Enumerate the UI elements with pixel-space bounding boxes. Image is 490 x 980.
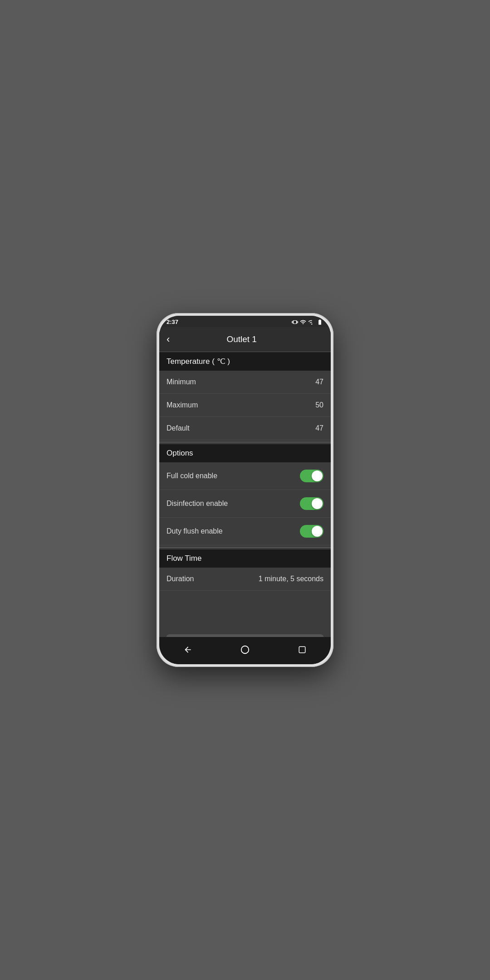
signal-icon bbox=[308, 319, 314, 325]
flow-time-section-header: Flow Time bbox=[159, 549, 331, 568]
temperature-default-label: Default bbox=[167, 424, 190, 432]
svg-point-0 bbox=[241, 646, 249, 654]
disinfection-enable-row: Disinfection enable bbox=[159, 490, 331, 518]
main-content: Temperature ( ℃ ) Minimum 47 Maximum 50 … bbox=[159, 352, 331, 637]
duty-flush-enable-label: Duty flush enable bbox=[167, 527, 223, 535]
nav-back-button[interactable] bbox=[180, 642, 196, 658]
duty-flush-enable-toggle[interactable] bbox=[300, 525, 323, 538]
phone-frame: 2:37 ‹ Outlet 1 bbox=[157, 313, 333, 667]
divider-2 bbox=[159, 547, 331, 548]
battery-icon bbox=[316, 319, 323, 325]
toggle-knob-3 bbox=[312, 526, 323, 537]
nav-home-icon bbox=[240, 645, 250, 655]
back-button[interactable]: ‹ bbox=[167, 333, 173, 346]
temperature-minimum-row[interactable]: Minimum 47 bbox=[159, 371, 331, 394]
status-icons bbox=[292, 319, 323, 325]
temperature-minimum-value: 47 bbox=[315, 378, 323, 386]
status-time: 2:37 bbox=[167, 318, 178, 325]
svg-rect-1 bbox=[299, 647, 305, 653]
bottom-nav bbox=[159, 637, 331, 664]
nav-recent-button[interactable] bbox=[294, 642, 310, 658]
nav-back-icon bbox=[183, 645, 192, 654]
nav-home-button[interactable] bbox=[237, 642, 253, 658]
full-cold-enable-label: Full cold enable bbox=[167, 472, 217, 480]
flow-time-section-title: Flow Time bbox=[167, 554, 201, 563]
status-bar: 2:37 bbox=[159, 316, 331, 327]
vibrate-icon bbox=[292, 319, 298, 325]
page-title: Outlet 1 bbox=[173, 334, 323, 344]
top-bar: ‹ Outlet 1 bbox=[159, 327, 331, 352]
temperature-section-title: Temperature ( ℃ ) bbox=[167, 357, 230, 366]
wifi-icon bbox=[300, 319, 306, 325]
duration-label: Duration bbox=[167, 575, 194, 583]
duration-row[interactable]: Duration 1 minute, 5 seconds bbox=[159, 568, 331, 591]
duty-flush-enable-row: Duty flush enable bbox=[159, 518, 331, 545]
options-section-header: Options bbox=[159, 444, 331, 462]
nav-recent-icon bbox=[298, 646, 306, 654]
duration-value: 1 minute, 5 seconds bbox=[259, 575, 323, 583]
save-section: Save bbox=[159, 627, 331, 637]
full-cold-enable-row: Full cold enable bbox=[159, 462, 331, 490]
toggle-knob-1 bbox=[312, 470, 323, 481]
phone-screen: 2:37 ‹ Outlet 1 bbox=[159, 316, 331, 664]
disinfection-enable-label: Disinfection enable bbox=[167, 500, 228, 508]
options-section-title: Options bbox=[167, 449, 193, 457]
content-spacer bbox=[159, 591, 331, 627]
temperature-maximum-row[interactable]: Maximum 50 bbox=[159, 394, 331, 417]
temperature-default-row[interactable]: Default 47 bbox=[159, 417, 331, 440]
toggle-knob-2 bbox=[312, 498, 323, 509]
divider-1 bbox=[159, 442, 331, 442]
temperature-maximum-value: 50 bbox=[315, 401, 323, 409]
temperature-default-value: 47 bbox=[315, 424, 323, 432]
temperature-minimum-label: Minimum bbox=[167, 378, 196, 386]
full-cold-enable-toggle[interactable] bbox=[300, 470, 323, 482]
temperature-section-header: Temperature ( ℃ ) bbox=[159, 352, 331, 371]
app-screen: ‹ Outlet 1 Temperature ( ℃ ) Minimum 47 … bbox=[159, 327, 331, 637]
disinfection-enable-toggle[interactable] bbox=[300, 497, 323, 510]
temperature-maximum-label: Maximum bbox=[167, 401, 198, 409]
